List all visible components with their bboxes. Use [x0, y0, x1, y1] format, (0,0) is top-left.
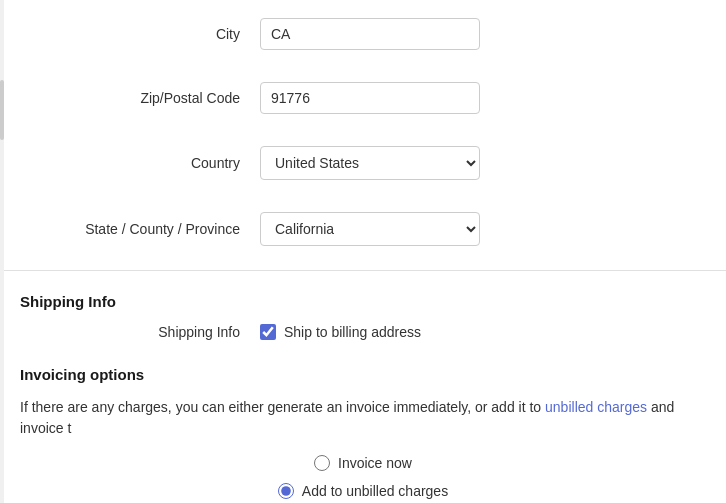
page-container: City Zip/Postal Code Country United Stat… [0, 0, 726, 503]
scrollbar-track [0, 0, 4, 503]
zip-field-wrapper [260, 82, 480, 114]
state-field-wrapper: California New York Texas Florida Washin… [260, 212, 480, 246]
invoicing-description-text: If there are any charges, you can either… [20, 399, 541, 415]
ship-to-billing-checkbox[interactable] [260, 324, 276, 340]
shipping-content: Ship to billing address [260, 324, 421, 340]
invoicing-radio-group: Invoice now Add to unbilled charges [0, 455, 726, 499]
add-to-unbilled-label: Add to unbilled charges [302, 483, 448, 499]
add-to-unbilled-item: Add to unbilled charges [278, 483, 448, 499]
country-label: Country [20, 155, 260, 171]
form-area: City Zip/Postal Code Country United Stat… [0, 0, 726, 254]
zip-input[interactable] [260, 82, 480, 114]
country-select[interactable]: United States Canada United Kingdom Aust… [260, 146, 480, 180]
shipping-section-title: Shipping Info [0, 283, 726, 316]
zip-label: Zip/Postal Code [20, 90, 260, 106]
state-select[interactable]: California New York Texas Florida Washin… [260, 212, 480, 246]
invoice-now-item: Invoice now [314, 455, 412, 471]
city-input[interactable] [260, 18, 480, 50]
invoicing-description: If there are any charges, you can either… [20, 397, 706, 439]
city-row: City [20, 10, 696, 58]
ship-to-billing-label: Ship to billing address [284, 324, 421, 340]
invoice-now-label: Invoice now [338, 455, 412, 471]
shipping-label: Shipping Info [20, 324, 260, 340]
shipping-row: Shipping Info Ship to billing address [0, 316, 726, 348]
scrollbar-thumb [0, 80, 4, 140]
invoicing-section-title: Invoicing options [0, 356, 726, 389]
state-row: State / County / Province California New… [20, 204, 696, 254]
city-label: City [20, 26, 260, 42]
country-row: Country United States Canada United King… [20, 138, 696, 188]
add-to-unbilled-radio[interactable] [278, 483, 294, 499]
shipping-divider [0, 270, 726, 271]
invoice-now-radio[interactable] [314, 455, 330, 471]
state-label: State / County / Province [20, 221, 260, 237]
country-field-wrapper: United States Canada United Kingdom Aust… [260, 146, 480, 180]
zip-row: Zip/Postal Code [20, 74, 696, 122]
unbilled-charges-link[interactable]: unbilled charges [545, 399, 647, 415]
city-field-wrapper [260, 18, 480, 50]
